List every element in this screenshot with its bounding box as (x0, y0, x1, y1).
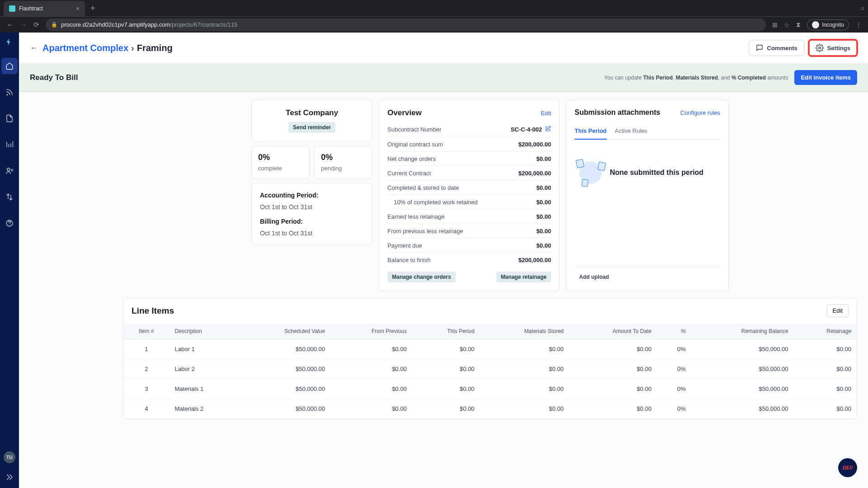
table-cell: $0.00 (480, 379, 569, 399)
pct-complete-value: 0% (258, 153, 303, 162)
table-cell: $50,000.00 (691, 359, 794, 379)
overview-row-label: Net change orders (387, 155, 436, 162)
overview-row-value: $0.00 (536, 184, 551, 191)
chevron-right-icon: › (131, 43, 134, 53)
empty-state: None submitted this period (575, 140, 720, 202)
company-name: Test Company (260, 108, 364, 117)
table-cell: $50,000.00 (691, 399, 794, 419)
overview-row: Net change orders$0.00 (387, 152, 551, 166)
table-cell: $0.00 (480, 339, 569, 359)
status-note: You can update This Period, Materials St… (604, 75, 788, 81)
close-icon[interactable]: × (76, 5, 80, 12)
table-cell: $0.00 (794, 399, 857, 419)
breadcrumb: ← Apartment Complex › Framing (30, 43, 173, 53)
app-logo-icon[interactable] (5, 38, 14, 48)
overview-row: 10% of completed work retained$0.00 (387, 195, 551, 210)
sidebar-item-reports[interactable] (1, 136, 18, 153)
sidebar-item-home[interactable] (1, 58, 18, 74)
overview-row-label: 10% of completed work retained (387, 199, 478, 206)
sidebar-item-documents[interactable] (1, 110, 18, 127)
sidebar-item-help[interactable] (1, 215, 18, 231)
table-cell: $0.00 (330, 399, 412, 419)
overview-row: Subcontract NumberSC-C-4-002 (387, 122, 551, 137)
tab-strip: Flashtract × + ○ (0, 0, 868, 16)
table-cell: 4 (123, 399, 170, 419)
add-upload-button[interactable]: Add upload (575, 272, 613, 282)
sidebar-expand-icon[interactable] (5, 473, 14, 483)
forward-icon[interactable]: → (20, 21, 27, 29)
settings-button[interactable]: Settings (809, 40, 857, 56)
manage-retainage-button[interactable]: Manage retainage (496, 272, 551, 282)
lock-icon: 🔒 (51, 22, 57, 28)
extension-icon[interactable]: ⧗ (796, 21, 801, 28)
column-header: % (657, 324, 691, 339)
browser-chrome: Flashtract × + ○ ← → ⟳ 🔒 procore.d2a2vhd… (0, 0, 868, 33)
overview-row: From previous less retainage$0.00 (387, 224, 551, 239)
overview-row-label: Subcontract Number (387, 126, 441, 133)
bookmark-icon[interactable]: ☆ (784, 21, 790, 28)
incognito-icon (812, 21, 819, 28)
overview-row-label: Current Contract (387, 170, 431, 177)
submissions-card: Submission attachments Configure rules T… (566, 100, 729, 291)
sidebar-avatar[interactable]: TU (4, 451, 15, 463)
reload-icon[interactable]: ⟳ (33, 21, 39, 29)
table-cell: $0.00 (794, 359, 857, 379)
sidebar-item-users[interactable] (1, 163, 18, 179)
url-input[interactable]: 🔒 procore.d2a2vhd02c1pv7.amplifyapp.com/… (46, 19, 766, 31)
tab-this-period[interactable]: This Period (575, 125, 607, 140)
overview-card: Overview Edit Subcontract NumberSC-C-4-0… (379, 100, 560, 291)
table-cell: $0.00 (480, 359, 569, 379)
company-card: Test Company Send reminder (251, 100, 373, 141)
line-items-edit-button[interactable]: Edit (827, 304, 849, 317)
pct-pending-card: 0% pending (314, 146, 373, 178)
svg-point-2 (818, 47, 821, 49)
empty-documents-icon (579, 161, 602, 184)
column-header: Materials Stored (480, 324, 569, 339)
submissions-column: Submission attachments Configure rules T… (566, 100, 729, 291)
period-card: Accounting Period: Oct 1st to Oct 31st B… (251, 183, 373, 245)
overview-row: Earned less retainage$0.00 (387, 210, 551, 224)
pct-complete-card: 0% complete (251, 146, 310, 178)
overview-row-label: Earned less retainage (387, 213, 444, 220)
dev-badge[interactable]: DEV (838, 458, 857, 477)
accounting-period-value: Oct 1st to Oct 31st (260, 203, 364, 211)
table-cell: $50,000.00 (240, 379, 331, 399)
breadcrumb-link[interactable]: Apartment Complex (42, 43, 128, 53)
edit-icon[interactable] (545, 126, 551, 133)
comments-button[interactable]: Comments (749, 40, 804, 56)
send-reminder-button[interactable]: Send reminder (288, 122, 335, 133)
comment-icon (755, 44, 764, 52)
tab-title: Flashtract (19, 5, 72, 12)
submissions-title: Submission attachments (575, 108, 660, 117)
configure-rules-link[interactable]: Configure rules (680, 109, 720, 116)
incognito-badge[interactable]: Incognito (807, 19, 849, 30)
manage-change-orders-button[interactable]: Manage change orders (387, 272, 456, 282)
billing-period-label: Billing Period: (260, 218, 364, 225)
menu-icon[interactable]: ⋮ (855, 21, 862, 28)
sidebar-item-transfer[interactable] (1, 189, 18, 205)
table-cell: $50,000.00 (691, 339, 794, 359)
minimize-icon[interactable]: ○ (861, 5, 864, 12)
column-header: Description (170, 324, 240, 339)
new-tab-button[interactable]: + (90, 4, 95, 13)
table-cell: 0% (657, 359, 691, 379)
overview-row-value: $0.00 (536, 242, 551, 249)
table-cell: $0.00 (330, 339, 412, 359)
tab-active-rules[interactable]: Active Rules (615, 125, 647, 139)
table-row: 4Materials 2$50,000.00$0.00$0.00$0.00$0.… (123, 399, 857, 419)
edit-invoice-button[interactable]: Edit invoice items (794, 70, 857, 85)
overview-edit-link[interactable]: Edit (541, 110, 551, 117)
table-cell: $0.00 (569, 379, 657, 399)
overview-row-value: $0.00 (536, 155, 551, 162)
install-icon[interactable]: ⊞ (772, 21, 778, 28)
table-cell: $0.00 (330, 379, 412, 399)
back-icon[interactable]: ← (6, 21, 14, 29)
sidebar-item-feed[interactable] (1, 84, 18, 100)
table-cell: 1 (123, 339, 170, 359)
breadcrumb-back-icon[interactable]: ← (30, 43, 38, 53)
url-path: /projects/67/contracts/115 (170, 21, 237, 28)
column-header: Amount To Date (569, 324, 657, 339)
address-bar: ← → ⟳ 🔒 procore.d2a2vhd02c1pv7.amplifyap… (0, 16, 868, 33)
table-cell: 0% (657, 339, 691, 359)
browser-tab[interactable]: Flashtract × (4, 1, 85, 16)
